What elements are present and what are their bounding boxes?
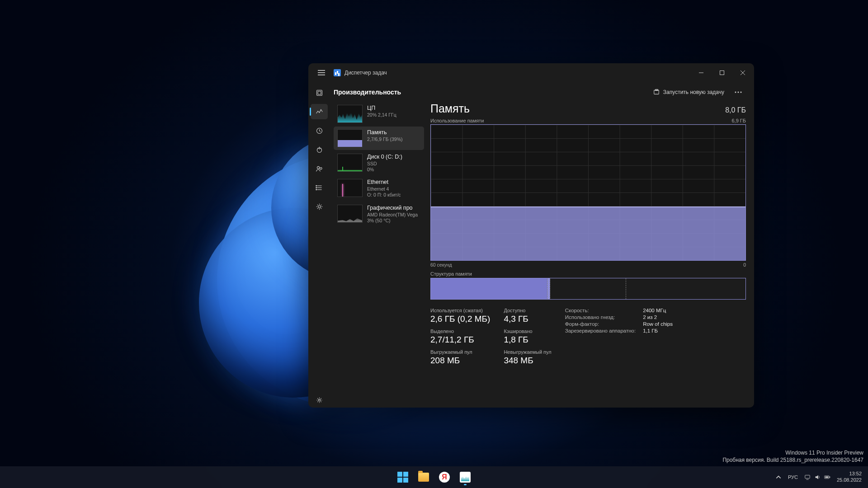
svg-point-27 (738, 92, 739, 93)
detail-panel: Память 8,0 ГБ Использование памяти6,9 ГБ… (430, 102, 746, 401)
svg-point-14 (317, 166, 319, 169)
minimize-button[interactable] (691, 63, 712, 82)
list-item-memory[interactable]: Память2,7/6,9 ГБ (39%) (334, 127, 424, 150)
svg-point-15 (320, 167, 321, 169)
ethernet-thumb (337, 179, 363, 197)
svg-rect-2 (318, 75, 325, 75)
resource-list: ЦП20% 2,14 ГГц Память2,7/6,9 ГБ (39%) Ди… (334, 102, 424, 401)
svg-rect-4 (720, 71, 724, 75)
taskbar-task-manager[interactable] (456, 468, 474, 486)
disk-thumb (337, 154, 363, 172)
memory-usage-chart (430, 124, 746, 261)
tray-system-icons[interactable] (804, 474, 830, 480)
svg-rect-8 (318, 91, 321, 94)
taskbar-yandex[interactable]: Я (435, 468, 453, 486)
insider-watermark: Windows 11 Pro Insider Preview Пробная в… (722, 449, 863, 464)
titlebar[interactable]: Диспетчер задач (308, 63, 754, 82)
svg-rect-7 (316, 90, 322, 95)
svg-rect-32 (830, 476, 830, 478)
cpu-thumb (337, 105, 363, 123)
hamburger-icon[interactable] (315, 66, 328, 80)
run-new-task-button[interactable]: Запустить новую задачу (649, 87, 729, 98)
nav-performance[interactable] (311, 104, 328, 119)
list-item-gpu[interactable]: Графический проAMD Radeon(TM) Vega3% (50… (334, 202, 424, 226)
svg-point-26 (735, 92, 736, 93)
svg-point-20 (316, 187, 316, 188)
nav-app-history[interactable] (311, 123, 328, 138)
nav-services[interactable] (311, 199, 328, 214)
app-icon (334, 69, 341, 76)
battery-icon (824, 474, 830, 480)
memory-kv-table: Скорость:2400 МГц Использовано гнезд:2 и… (565, 308, 673, 333)
svg-rect-29 (805, 475, 810, 479)
svg-point-28 (741, 92, 742, 93)
start-button[interactable] (394, 468, 412, 486)
taskbar-explorer[interactable] (415, 468, 433, 486)
page-header: Производительность Запустить новую задач… (334, 82, 746, 102)
more-button[interactable] (731, 85, 746, 99)
list-item-ethernet[interactable]: EthernetEthernet 4О: 0 П: 0 кбит/с (334, 176, 424, 201)
detail-capacity: 8,0 ГБ (725, 106, 746, 114)
memory-composition (430, 278, 746, 300)
svg-rect-33 (825, 476, 828, 478)
maximize-button[interactable] (712, 63, 732, 82)
page-title: Производительность (334, 89, 401, 96)
nav-startup[interactable] (311, 142, 328, 157)
nav-processes[interactable] (311, 85, 328, 100)
task-manager-window: Диспетчер задач Производительность Запус (308, 63, 754, 408)
list-item-disk[interactable]: Диск 0 (C: D:)SSD0% (334, 151, 424, 175)
nav-settings[interactable] (311, 392, 328, 408)
nav-details[interactable] (311, 180, 328, 195)
gpu-thumb (337, 205, 363, 223)
svg-rect-1 (318, 72, 325, 73)
memory-thumb (337, 129, 363, 147)
run-new-task-label: Запустить новую задачу (663, 89, 724, 95)
tray-language[interactable]: РУС (788, 474, 798, 480)
svg-point-19 (316, 185, 316, 186)
window-title: Диспетчер задач (344, 70, 387, 76)
taskbar: Я РУС 13:52 25.08.2022 (0, 466, 868, 488)
tray-clock[interactable]: 13:52 25.08.2022 (837, 471, 862, 483)
nav-rail (308, 82, 330, 408)
detail-title: Память (430, 102, 470, 115)
svg-point-23 (318, 399, 320, 401)
network-icon (804, 474, 811, 480)
nav-users[interactable] (311, 161, 328, 176)
svg-point-22 (318, 205, 320, 207)
list-item-cpu[interactable]: ЦП20% 2,14 ГГц (334, 102, 424, 126)
svg-point-21 (316, 189, 316, 190)
volume-icon (814, 474, 821, 480)
close-button[interactable] (732, 63, 753, 82)
svg-rect-0 (318, 70, 325, 71)
tray-overflow[interactable] (775, 474, 782, 480)
